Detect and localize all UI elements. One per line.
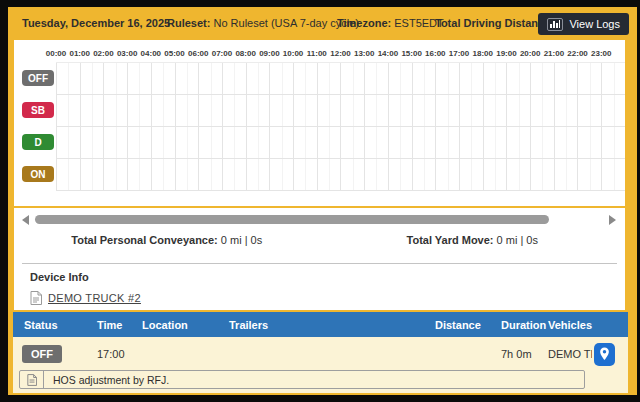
note-text: HOS adjustment by RFJ. bbox=[44, 371, 169, 388]
column-header-trailers: Trailers bbox=[216, 319, 422, 331]
device-link[interactable]: DEMO TRUCK #2 bbox=[48, 292, 141, 304]
grid-row-lines bbox=[56, 63, 625, 190]
document-icon bbox=[27, 374, 37, 386]
table-header: StatusTimeLocationTrailersDistanceDurati… bbox=[13, 312, 628, 337]
log-grid[interactable] bbox=[56, 62, 625, 190]
duty-status-badge-sb: SB bbox=[22, 102, 54, 118]
hos-daily-log-page: Tuesday, December 16, 2025 Ruleset: No R… bbox=[0, 0, 640, 402]
map-pin-button[interactable] bbox=[594, 343, 615, 366]
grid-row-line bbox=[56, 159, 625, 191]
grid-row-line bbox=[56, 127, 625, 159]
hour-label: 02:00 bbox=[93, 49, 113, 58]
hour-label: 04:00 bbox=[141, 49, 161, 58]
status-badge-column: OFFSBDON bbox=[14, 62, 56, 190]
timeline-panel: 00:0001:0002:0003:0004:0005:0006:0007:00… bbox=[14, 40, 625, 206]
hour-label: 06:00 bbox=[188, 49, 208, 58]
status-badge: OFF bbox=[22, 345, 62, 363]
hour-label: 18:00 bbox=[473, 49, 493, 58]
grid-row-line bbox=[56, 95, 625, 127]
scrollbar-thumb[interactable] bbox=[35, 215, 549, 224]
document-icon bbox=[30, 291, 42, 305]
grid-row-line bbox=[56, 63, 625, 95]
hour-label: 22:00 bbox=[567, 49, 587, 58]
hour-label: 05:00 bbox=[164, 49, 184, 58]
hour-label: 01:00 bbox=[69, 49, 89, 58]
hour-label: 16:00 bbox=[425, 49, 445, 58]
yard-move-label: Total Yard Move: bbox=[407, 234, 494, 246]
badge-row: D bbox=[14, 126, 56, 158]
horizontal-scrollbar[interactable] bbox=[14, 214, 625, 226]
total-yard-move: Total Yard Move: 0 mi | 0s bbox=[320, 234, 626, 246]
left-arrow-icon[interactable] bbox=[22, 215, 29, 225]
hour-label: 10:00 bbox=[283, 49, 303, 58]
ruleset-info: Ruleset: No Ruleset (USA 7-day cycle) bbox=[167, 17, 359, 29]
hour-label: 12:00 bbox=[330, 49, 350, 58]
hour-label: 14:00 bbox=[378, 49, 398, 58]
view-logs-button[interactable]: View Logs bbox=[538, 13, 629, 35]
hour-label: 15:00 bbox=[401, 49, 421, 58]
summary-panel: Total Personal Conveyance: 0 mi | 0s Tot… bbox=[14, 208, 625, 310]
section-divider bbox=[22, 263, 617, 264]
main-panel: Tuesday, December 16, 2025 Ruleset: No R… bbox=[8, 7, 637, 395]
hour-label: 13:00 bbox=[354, 49, 374, 58]
row-time: 17:00 bbox=[84, 348, 129, 360]
personal-conveyance-label: Total Personal Conveyance: bbox=[71, 234, 218, 246]
hour-label: 08:00 bbox=[235, 49, 255, 58]
row-map-cell bbox=[592, 343, 628, 366]
badge-row: ON bbox=[14, 158, 56, 190]
bar-chart-icon bbox=[547, 18, 563, 31]
column-header-location: Location bbox=[129, 319, 216, 331]
map-pin-icon bbox=[599, 347, 610, 361]
column-header-status: Status bbox=[13, 319, 84, 331]
row-status-cell: OFF bbox=[13, 345, 84, 363]
timeline-body: OFFSBDON bbox=[14, 62, 625, 190]
hour-label: 17:00 bbox=[449, 49, 469, 58]
duty-status-badge-d: D bbox=[22, 134, 54, 150]
hour-label: 21:00 bbox=[544, 49, 564, 58]
column-header-vehicles: Vehicles bbox=[535, 319, 592, 331]
device-info-title: Device Info bbox=[30, 271, 89, 283]
hour-label: 23:00 bbox=[591, 49, 611, 58]
badge-row: OFF bbox=[14, 62, 56, 94]
timezone-label: Timezone: bbox=[337, 17, 391, 29]
right-arrow-icon[interactable] bbox=[609, 215, 616, 225]
hour-label: 19:00 bbox=[496, 49, 516, 58]
table-row[interactable]: OFF 17:00 7h 0m DEMO TR... bbox=[13, 339, 628, 369]
total-personal-conveyance: Total Personal Conveyance: 0 mi | 0s bbox=[14, 234, 320, 246]
note-icon-cell bbox=[20, 371, 44, 388]
hour-label: 11:00 bbox=[307, 49, 327, 58]
row-vehicle: DEMO TR... bbox=[535, 348, 592, 360]
hour-label: 20:00 bbox=[520, 49, 540, 58]
duty-status-badge-off: OFF bbox=[22, 70, 54, 86]
hour-label: 00:00 bbox=[46, 49, 66, 58]
log-table: OFF 17:00 7h 0m DEMO TR... bbox=[13, 337, 628, 393]
column-header-distance: Distance bbox=[422, 319, 488, 331]
column-header-duration: Duration bbox=[488, 319, 535, 331]
device-row: DEMO TRUCK #2 bbox=[30, 291, 141, 305]
duty-status-badge-on: ON bbox=[22, 166, 54, 182]
timezone-info: Timezone: EST5EDT bbox=[337, 17, 444, 29]
column-header-time: Time bbox=[84, 319, 129, 331]
ruleset-label: Ruleset: bbox=[167, 17, 210, 29]
personal-conveyance-value: 0 mi | 0s bbox=[221, 234, 262, 246]
hour-label: 03:00 bbox=[117, 49, 137, 58]
hour-label: 09:00 bbox=[259, 49, 279, 58]
yard-move-value: 0 mi | 0s bbox=[497, 234, 538, 246]
note-box: HOS adjustment by RFJ. bbox=[19, 370, 585, 389]
totals-row: Total Personal Conveyance: 0 mi | 0s Tot… bbox=[14, 234, 625, 246]
view-logs-label: View Logs bbox=[569, 18, 620, 30]
hour-label: 07:00 bbox=[212, 49, 232, 58]
row-duration: 7h 0m bbox=[488, 348, 535, 360]
badge-row: SB bbox=[14, 94, 56, 126]
log-date: Tuesday, December 16, 2025 bbox=[22, 17, 170, 29]
driving-distance-label: Total Driving Distance: bbox=[435, 17, 554, 29]
hour-labels: 00:0001:0002:0003:0004:0005:0006:0007:00… bbox=[56, 40, 625, 62]
log-header-bar: Tuesday, December 16, 2025 Ruleset: No R… bbox=[8, 7, 637, 40]
